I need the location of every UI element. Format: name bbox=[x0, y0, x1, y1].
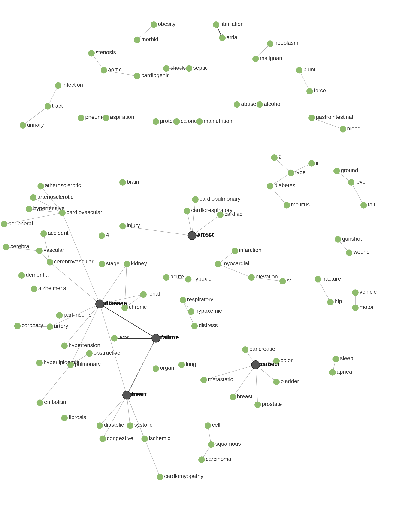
node-circle[interactable] bbox=[86, 350, 93, 357]
node-circle[interactable] bbox=[219, 35, 226, 41]
node-circle[interactable] bbox=[198, 456, 205, 463]
node-circle[interactable] bbox=[141, 436, 148, 442]
node-circle[interactable] bbox=[40, 230, 47, 237]
node-circle[interactable] bbox=[78, 114, 84, 121]
graph-container: obesitymorbidfibrillationatrialneoplasmm… bbox=[0, 0, 399, 532]
node-circle[interactable] bbox=[188, 308, 194, 315]
node-circle[interactable] bbox=[36, 360, 43, 366]
node-circle[interactable] bbox=[20, 122, 26, 129]
node-circle[interactable] bbox=[163, 274, 170, 280]
node-circle[interactable] bbox=[361, 202, 367, 209]
hub-node-circle[interactable] bbox=[123, 391, 131, 399]
node-circle[interactable] bbox=[101, 67, 107, 73]
node-circle[interactable] bbox=[352, 304, 359, 311]
node-circle[interactable] bbox=[134, 73, 140, 79]
node-circle[interactable] bbox=[205, 422, 211, 429]
node-circle[interactable] bbox=[103, 114, 109, 121]
node-circle[interactable] bbox=[309, 160, 315, 167]
node-circle[interactable] bbox=[99, 232, 105, 239]
node-circle[interactable] bbox=[335, 236, 341, 243]
node-circle[interactable] bbox=[267, 40, 273, 47]
node-circle[interactable] bbox=[284, 202, 290, 209]
node-circle[interactable] bbox=[140, 291, 147, 298]
hub-node-circle[interactable] bbox=[252, 361, 260, 369]
node-circle[interactable] bbox=[248, 274, 255, 280]
node-circle[interactable] bbox=[151, 21, 157, 28]
node-circle[interactable] bbox=[59, 210, 66, 216]
node-circle[interactable] bbox=[329, 369, 336, 376]
node-circle[interactable] bbox=[47, 259, 53, 266]
node-circle[interactable] bbox=[215, 261, 222, 267]
node-circle[interactable] bbox=[296, 67, 303, 73]
node-circle[interactable] bbox=[252, 56, 259, 62]
node-circle[interactable] bbox=[38, 183, 44, 189]
node-circle[interactable] bbox=[124, 261, 130, 267]
node-circle[interactable] bbox=[31, 286, 38, 292]
node-circle[interactable] bbox=[273, 379, 280, 385]
node-circle[interactable] bbox=[100, 436, 106, 442]
node-circle[interactable] bbox=[96, 422, 103, 429]
node-circle[interactable] bbox=[173, 119, 180, 125]
node-circle[interactable] bbox=[163, 65, 170, 72]
node-circle[interactable] bbox=[180, 297, 186, 304]
node-circle[interactable] bbox=[257, 101, 263, 108]
node-circle[interactable] bbox=[191, 323, 198, 329]
node-circle[interactable] bbox=[352, 289, 359, 296]
node-circle[interactable] bbox=[229, 394, 236, 400]
node-circle[interactable] bbox=[327, 299, 334, 305]
node-circle[interactable] bbox=[44, 103, 51, 110]
node-circle[interactable] bbox=[340, 126, 346, 133]
hub-node-circle[interactable] bbox=[95, 300, 104, 308]
node-circle[interactable] bbox=[134, 37, 140, 43]
node-circle[interactable] bbox=[119, 179, 126, 186]
node-circle[interactable] bbox=[254, 402, 261, 408]
node-circle[interactable] bbox=[153, 119, 159, 125]
node-circle[interactable] bbox=[184, 208, 190, 214]
node-circle[interactable] bbox=[111, 335, 118, 342]
node-circle[interactable] bbox=[153, 365, 159, 372]
node-circle[interactable] bbox=[47, 323, 53, 330]
node-circle[interactable] bbox=[30, 194, 37, 201]
node-circle[interactable] bbox=[61, 415, 68, 421]
node-circle[interactable] bbox=[232, 247, 238, 254]
node-circle[interactable] bbox=[178, 361, 185, 368]
node-circle[interactable] bbox=[242, 346, 248, 353]
node-circle[interactable] bbox=[309, 114, 315, 121]
node-circle[interactable] bbox=[192, 196, 199, 203]
node-circle[interactable] bbox=[333, 168, 340, 174]
node-circle[interactable] bbox=[3, 244, 9, 250]
node-circle[interactable] bbox=[196, 119, 203, 125]
node-circle[interactable] bbox=[1, 221, 7, 228]
node-circle[interactable] bbox=[26, 206, 32, 212]
node-circle[interactable] bbox=[271, 154, 278, 161]
node-circle[interactable] bbox=[19, 272, 25, 279]
node-circle[interactable] bbox=[234, 101, 240, 108]
node-circle[interactable] bbox=[315, 276, 321, 283]
node-circle[interactable] bbox=[200, 377, 207, 383]
node-circle[interactable] bbox=[55, 82, 61, 89]
hub-node-circle[interactable] bbox=[152, 334, 160, 342]
node-circle[interactable] bbox=[306, 88, 313, 95]
node-circle[interactable] bbox=[288, 170, 294, 176]
node-circle[interactable] bbox=[346, 249, 352, 256]
node-circle[interactable] bbox=[348, 179, 355, 186]
node-circle[interactable] bbox=[185, 276, 191, 283]
node-circle[interactable] bbox=[119, 223, 126, 229]
node-circle[interactable] bbox=[127, 422, 133, 429]
hub-node-circle[interactable] bbox=[188, 231, 196, 240]
node-circle[interactable] bbox=[88, 50, 95, 56]
node-circle[interactable] bbox=[208, 441, 214, 448]
node-circle[interactable] bbox=[99, 261, 105, 267]
node-circle[interactable] bbox=[61, 343, 68, 349]
node-circle[interactable] bbox=[157, 474, 163, 480]
node-circle[interactable] bbox=[186, 65, 192, 72]
node-circle[interactable] bbox=[213, 21, 219, 28]
node-circle[interactable] bbox=[279, 278, 286, 285]
node-circle[interactable] bbox=[332, 356, 339, 362]
node-circle[interactable] bbox=[267, 183, 273, 189]
node-circle[interactable] bbox=[56, 312, 63, 319]
node-circle[interactable] bbox=[217, 211, 223, 218]
node-circle[interactable] bbox=[36, 247, 43, 254]
node-circle[interactable] bbox=[37, 399, 43, 406]
node-circle[interactable] bbox=[14, 323, 21, 329]
